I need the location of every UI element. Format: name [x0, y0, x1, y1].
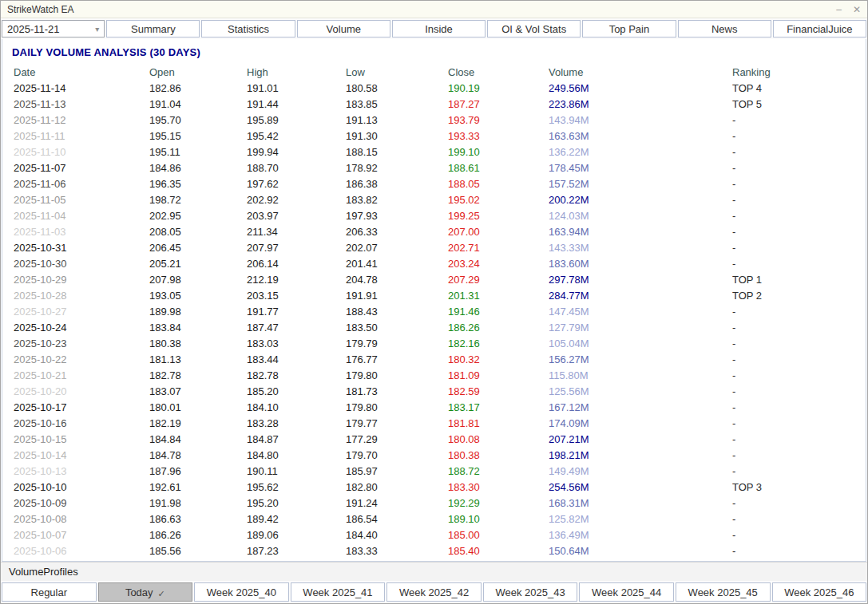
cell-low: 180.58	[346, 81, 448, 97]
cell-ranking: -	[732, 368, 866, 384]
cell-volume: 163.94M	[549, 224, 732, 240]
close-icon[interactable]: ✕	[853, 5, 861, 14]
profile-tab-week-2025-41[interactable]: Week 2025_41	[291, 582, 386, 602]
minimize-icon[interactable]: –	[836, 5, 842, 14]
cell-ranking: -	[732, 448, 866, 464]
cell-close: 185.00	[448, 527, 549, 543]
cell-volume: 124.03M	[549, 208, 732, 224]
table-row: 2025-11-05198.72202.92183.82195.02200.22…	[2, 192, 866, 208]
cell-low: 201.41	[346, 256, 448, 272]
cell-ranking: -	[732, 416, 866, 432]
profile-tab-week-2025-46[interactable]: Week 2025_46	[772, 582, 867, 602]
cell-volume: 125.82M	[549, 511, 732, 527]
title-bar: StrikeWatch EA – ✕	[1, 1, 867, 18]
cell-open: 182.86	[149, 81, 247, 97]
cell-close: 190.19	[448, 81, 549, 97]
table-row: 2025-10-21182.78182.78179.80181.09115.80…	[2, 368, 866, 384]
cell-volume: 249.56M	[549, 81, 732, 97]
cell-open: 184.84	[149, 432, 247, 448]
cell-open: 191.04	[149, 97, 247, 113]
cell-close: 188.61	[448, 160, 549, 176]
cell-high: 183.44	[247, 352, 346, 368]
cell-ranking: -	[732, 176, 866, 192]
cell-volume: 150.64M	[549, 543, 732, 559]
cell-high: 195.20	[247, 495, 346, 511]
date-selector[interactable]: 2025-11-21 ▾	[2, 20, 105, 38]
table-row: 2025-10-14184.78184.80179.70180.38198.21…	[2, 448, 866, 464]
table-row: 2025-10-17180.01184.10179.80183.17167.12…	[2, 400, 866, 416]
cell-high: 199.94	[247, 144, 346, 160]
profile-tab-week-2025-43[interactable]: Week 2025_43	[483, 582, 578, 602]
tab-top-pain[interactable]: Top Pain	[582, 20, 676, 38]
table-row: 2025-10-29207.98212.19204.78207.29297.78…	[2, 272, 866, 288]
cell-volume: 127.79M	[549, 320, 732, 336]
cell-volume: 167.12M	[549, 400, 732, 416]
cell-high: 183.03	[247, 336, 346, 352]
profile-tab-week-2025-40[interactable]: Week 2025_40	[194, 582, 289, 602]
cell-open: 196.35	[149, 176, 247, 192]
cell-date: 2025-10-14	[14, 448, 149, 464]
column-header-high: High	[247, 65, 346, 81]
cell-low: 183.33	[346, 543, 448, 559]
tab-summary[interactable]: Summary	[106, 20, 200, 38]
cell-volume: 198.21M	[549, 448, 732, 464]
cell-date: 2025-10-28	[14, 288, 149, 304]
cell-high: 185.20	[247, 384, 346, 400]
cell-ranking: -	[732, 527, 866, 543]
cell-close: 207.00	[448, 224, 549, 240]
table-row: 2025-11-07184.86188.70178.92188.61178.45…	[2, 160, 866, 176]
cell-ranking: -	[732, 128, 866, 144]
cell-low: 197.93	[346, 208, 448, 224]
tab-statistics[interactable]: Statistics	[201, 20, 295, 38]
cell-low: 204.78	[346, 272, 448, 288]
cell-close: 183.17	[448, 400, 549, 416]
table-row: 2025-10-24183.84187.47183.50186.26127.79…	[2, 320, 866, 336]
cell-low: 188.43	[346, 304, 448, 320]
cell-open: 189.98	[149, 304, 247, 320]
cell-low: 179.80	[346, 400, 448, 416]
profile-tab-week-2025-44[interactable]: Week 2025_44	[579, 582, 674, 602]
cell-close: 181.81	[448, 416, 549, 432]
tab-news[interactable]: News	[678, 20, 771, 38]
tab-volume[interactable]: Volume	[297, 20, 390, 38]
profile-tab-regular[interactable]: Regular	[2, 582, 97, 602]
tab-inside[interactable]: Inside	[392, 20, 486, 38]
cell-ranking: -	[732, 384, 866, 400]
volume-profiles-tabbar: RegularToday✓Week 2025_40Week 2025_41Wee…	[1, 581, 867, 603]
cell-high: 211.34	[247, 224, 346, 240]
cell-ranking: -	[732, 240, 866, 256]
cell-date: 2025-10-15	[14, 432, 149, 448]
profile-tab-week-2025-45[interactable]: Week 2025_45	[676, 582, 771, 602]
table-row: 2025-11-13191.04191.44183.85187.27223.86…	[2, 97, 866, 113]
table-row: 2025-11-11195.15195.42191.30193.33163.63…	[2, 128, 866, 144]
cell-ranking: -	[732, 495, 866, 511]
cell-low: 179.70	[346, 448, 448, 464]
cell-open: 193.05	[149, 288, 247, 304]
profile-tab-today[interactable]: Today✓	[98, 582, 193, 602]
app-window: StrikeWatch EA – ✕ 2025-11-21 ▾ SummaryS…	[0, 0, 868, 604]
table-header-row: DateOpenHighLowCloseVolumeRanking	[2, 65, 866, 81]
profile-tab-label: Today	[125, 586, 153, 598]
cell-volume: 284.77M	[549, 288, 732, 304]
tab-oi-vol-stats[interactable]: OI & Vol Stats	[487, 20, 581, 38]
cell-high: 189.06	[247, 527, 346, 543]
cell-high: 195.62	[247, 480, 346, 495]
profile-tab-week-2025-42[interactable]: Week 2025_42	[386, 582, 482, 602]
cell-low: 183.50	[346, 320, 448, 336]
cell-open: 205.21	[149, 256, 247, 272]
check-icon: ✓	[158, 589, 165, 599]
cell-ranking: TOP 3	[732, 480, 866, 495]
section-title: DAILY VOLUME ANALYSIS (30 DAYS)	[2, 39, 866, 65]
cell-close: 201.31	[448, 288, 549, 304]
chevron-down-icon: ▾	[95, 25, 99, 34]
table-row: 2025-11-12195.70195.89191.13193.79143.94…	[2, 113, 866, 128]
cell-date: 2025-10-27	[14, 304, 149, 320]
table-row: 2025-10-08186.63189.42186.54189.10125.82…	[2, 511, 866, 527]
cell-volume: 143.33M	[549, 240, 732, 256]
cell-date: 2025-11-07	[14, 160, 149, 176]
profile-tab-label: Week 2025_43	[495, 586, 565, 598]
profile-tab-label: Week 2025_42	[399, 586, 469, 598]
volume-profiles-label: VolumeProfiles	[1, 562, 867, 581]
tab-financialjuice[interactable]: FinancialJuice	[773, 20, 866, 38]
cell-open: 186.26	[149, 527, 247, 543]
